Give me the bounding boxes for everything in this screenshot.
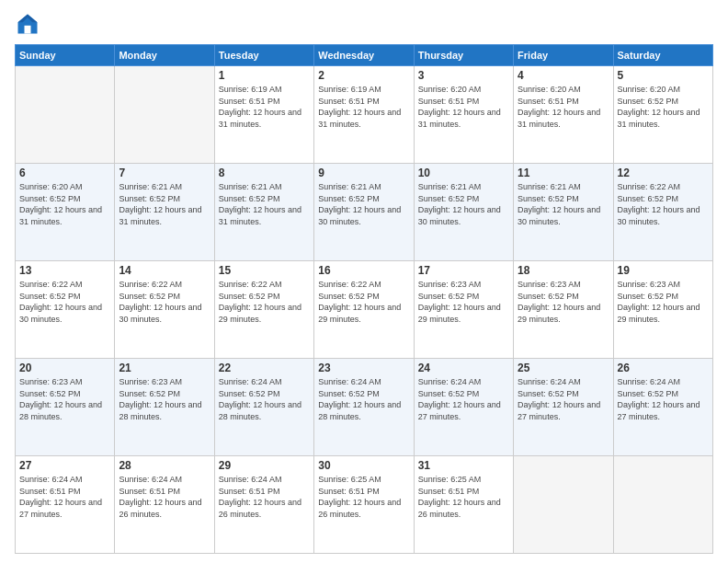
logo-icon <box>15 11 40 37</box>
day-detail: Sunrise: 6:19 AM Sunset: 6:51 PM Dayligh… <box>318 84 409 130</box>
day-detail: Sunrise: 6:22 AM Sunset: 6:52 PM Dayligh… <box>318 279 409 325</box>
day-detail: Sunrise: 6:23 AM Sunset: 6:52 PM Dayligh… <box>518 279 609 325</box>
day-number: 1 <box>219 69 310 82</box>
calendar-cell: 30Sunrise: 6:25 AM Sunset: 6:51 PM Dayli… <box>314 456 414 554</box>
day-number: 12 <box>618 167 709 179</box>
calendar-cell: 1Sunrise: 6:19 AM Sunset: 6:51 PM Daylig… <box>214 66 313 164</box>
day-number: 23 <box>318 362 409 374</box>
day-detail: Sunrise: 6:21 AM Sunset: 6:52 PM Dayligh… <box>418 181 509 227</box>
day-detail: Sunrise: 6:24 AM Sunset: 6:51 PM Dayligh… <box>219 474 310 520</box>
day-number: 9 <box>318 167 409 179</box>
day-number: 22 <box>219 362 310 374</box>
calendar-week-row: 27Sunrise: 6:24 AM Sunset: 6:51 PM Dayli… <box>16 456 713 554</box>
day-number: 20 <box>19 362 110 374</box>
calendar-cell: 25Sunrise: 6:24 AM Sunset: 6:52 PM Dayli… <box>514 359 613 456</box>
day-detail: Sunrise: 6:20 AM Sunset: 6:52 PM Dayligh… <box>618 84 709 130</box>
calendar-cell: 14Sunrise: 6:22 AM Sunset: 6:52 PM Dayli… <box>115 261 214 359</box>
day-number: 14 <box>119 264 210 277</box>
calendar-cell: 3Sunrise: 6:20 AM Sunset: 6:51 PM Daylig… <box>414 66 513 164</box>
day-number: 30 <box>318 459 409 472</box>
calendar-header-row: SundayMondayTuesdayWednesdayThursdayFrid… <box>16 45 713 66</box>
calendar-cell: 24Sunrise: 6:24 AM Sunset: 6:52 PM Dayli… <box>414 359 513 456</box>
calendar-header-saturday: Saturday <box>613 45 712 66</box>
calendar-cell: 18Sunrise: 6:23 AM Sunset: 6:52 PM Dayli… <box>514 261 613 359</box>
calendar-cell <box>514 456 613 554</box>
day-number: 19 <box>618 264 709 277</box>
day-number: 17 <box>418 264 509 277</box>
day-number: 27 <box>19 459 110 472</box>
logo <box>15 11 44 37</box>
day-detail: Sunrise: 6:22 AM Sunset: 6:52 PM Dayligh… <box>219 279 310 325</box>
calendar-cell: 8Sunrise: 6:21 AM Sunset: 6:52 PM Daylig… <box>214 164 313 261</box>
calendar-cell: 15Sunrise: 6:22 AM Sunset: 6:52 PM Dayli… <box>214 261 313 359</box>
calendar-cell: 27Sunrise: 6:24 AM Sunset: 6:51 PM Dayli… <box>16 456 115 554</box>
day-number: 18 <box>518 264 609 277</box>
day-detail: Sunrise: 6:21 AM Sunset: 6:52 PM Dayligh… <box>219 181 310 227</box>
day-detail: Sunrise: 6:25 AM Sunset: 6:51 PM Dayligh… <box>418 474 509 520</box>
calendar-cell: 10Sunrise: 6:21 AM Sunset: 6:52 PM Dayli… <box>414 164 513 261</box>
calendar-cell: 2Sunrise: 6:19 AM Sunset: 6:51 PM Daylig… <box>314 66 414 164</box>
calendar-week-row: 6Sunrise: 6:20 AM Sunset: 6:52 PM Daylig… <box>16 164 713 261</box>
day-number: 21 <box>119 362 210 374</box>
calendar-cell: 6Sunrise: 6:20 AM Sunset: 6:52 PM Daylig… <box>16 164 115 261</box>
calendar-table: SundayMondayTuesdayWednesdayThursdayFrid… <box>15 44 713 554</box>
day-detail: Sunrise: 6:22 AM Sunset: 6:52 PM Dayligh… <box>119 279 210 325</box>
calendar-cell: 19Sunrise: 6:23 AM Sunset: 6:52 PM Dayli… <box>613 261 712 359</box>
day-detail: Sunrise: 6:24 AM Sunset: 6:51 PM Dayligh… <box>119 474 210 520</box>
day-number: 29 <box>219 459 310 472</box>
calendar-header-monday: Monday <box>115 45 214 66</box>
day-detail: Sunrise: 6:19 AM Sunset: 6:51 PM Dayligh… <box>219 84 310 130</box>
day-number: 26 <box>618 362 709 374</box>
day-detail: Sunrise: 6:21 AM Sunset: 6:52 PM Dayligh… <box>119 181 210 227</box>
calendar-cell: 11Sunrise: 6:21 AM Sunset: 6:52 PM Dayli… <box>514 164 613 261</box>
day-detail: Sunrise: 6:21 AM Sunset: 6:52 PM Dayligh… <box>318 181 409 227</box>
day-number: 15 <box>219 264 310 277</box>
calendar-week-row: 1Sunrise: 6:19 AM Sunset: 6:51 PM Daylig… <box>16 66 713 164</box>
day-detail: Sunrise: 6:24 AM Sunset: 6:52 PM Dayligh… <box>618 376 709 422</box>
day-detail: Sunrise: 6:22 AM Sunset: 6:52 PM Dayligh… <box>618 181 709 227</box>
day-number: 11 <box>518 167 609 179</box>
page: SundayMondayTuesdayWednesdayThursdayFrid… <box>0 0 728 563</box>
calendar-cell: 5Sunrise: 6:20 AM Sunset: 6:52 PM Daylig… <box>613 66 712 164</box>
day-number: 5 <box>618 69 709 82</box>
calendar-cell: 17Sunrise: 6:23 AM Sunset: 6:52 PM Dayli… <box>414 261 513 359</box>
calendar-cell: 4Sunrise: 6:20 AM Sunset: 6:51 PM Daylig… <box>514 66 613 164</box>
day-detail: Sunrise: 6:21 AM Sunset: 6:52 PM Dayligh… <box>518 181 609 227</box>
calendar-header-wednesday: Wednesday <box>314 45 414 66</box>
day-number: 13 <box>19 264 110 277</box>
day-detail: Sunrise: 6:20 AM Sunset: 6:52 PM Dayligh… <box>19 181 110 227</box>
calendar-header-friday: Friday <box>514 45 613 66</box>
day-detail: Sunrise: 6:23 AM Sunset: 6:52 PM Dayligh… <box>418 279 509 325</box>
calendar-cell: 22Sunrise: 6:24 AM Sunset: 6:52 PM Dayli… <box>214 359 313 456</box>
calendar-cell: 31Sunrise: 6:25 AM Sunset: 6:51 PM Dayli… <box>414 456 513 554</box>
day-number: 4 <box>518 69 609 82</box>
svg-rect-2 <box>25 26 31 34</box>
day-number: 28 <box>119 459 210 472</box>
day-detail: Sunrise: 6:23 AM Sunset: 6:52 PM Dayligh… <box>19 376 110 422</box>
day-number: 25 <box>518 362 609 374</box>
calendar-cell <box>16 66 115 164</box>
day-detail: Sunrise: 6:24 AM Sunset: 6:52 PM Dayligh… <box>219 376 310 422</box>
calendar-header-sunday: Sunday <box>16 45 115 66</box>
calendar-cell: 23Sunrise: 6:24 AM Sunset: 6:52 PM Dayli… <box>314 359 414 456</box>
calendar-cell: 29Sunrise: 6:24 AM Sunset: 6:51 PM Dayli… <box>214 456 313 554</box>
day-detail: Sunrise: 6:23 AM Sunset: 6:52 PM Dayligh… <box>618 279 709 325</box>
calendar-header-thursday: Thursday <box>414 45 513 66</box>
calendar-cell <box>613 456 712 554</box>
calendar-cell: 9Sunrise: 6:21 AM Sunset: 6:52 PM Daylig… <box>314 164 414 261</box>
day-number: 10 <box>418 167 509 179</box>
day-detail: Sunrise: 6:23 AM Sunset: 6:52 PM Dayligh… <box>119 376 210 422</box>
day-number: 3 <box>418 69 509 82</box>
day-number: 24 <box>418 362 509 374</box>
day-number: 31 <box>418 459 509 472</box>
calendar-cell: 21Sunrise: 6:23 AM Sunset: 6:52 PM Dayli… <box>115 359 214 456</box>
calendar-week-row: 20Sunrise: 6:23 AM Sunset: 6:52 PM Dayli… <box>16 359 713 456</box>
day-detail: Sunrise: 6:20 AM Sunset: 6:51 PM Dayligh… <box>418 84 509 130</box>
day-detail: Sunrise: 6:24 AM Sunset: 6:52 PM Dayligh… <box>318 376 409 422</box>
calendar-cell: 12Sunrise: 6:22 AM Sunset: 6:52 PM Dayli… <box>613 164 712 261</box>
calendar-cell: 16Sunrise: 6:22 AM Sunset: 6:52 PM Dayli… <box>314 261 414 359</box>
day-detail: Sunrise: 6:20 AM Sunset: 6:51 PM Dayligh… <box>518 84 609 130</box>
calendar-cell: 26Sunrise: 6:24 AM Sunset: 6:52 PM Dayli… <box>613 359 712 456</box>
day-number: 8 <box>219 167 310 179</box>
calendar-cell <box>115 66 214 164</box>
